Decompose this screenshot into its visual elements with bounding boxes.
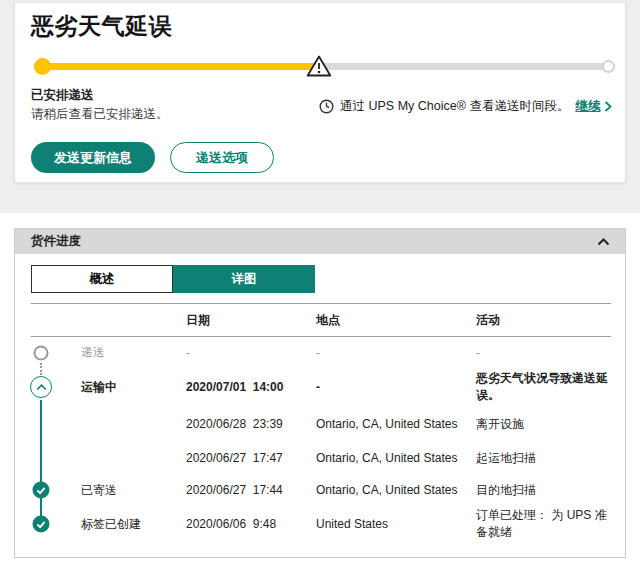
event-date: 2020/06/06 9:48 bbox=[172, 517, 302, 531]
event-location: Ontario, CA, United States bbox=[302, 451, 462, 465]
event-location: Ontario, CA, United States bbox=[302, 483, 462, 497]
event-location: - bbox=[302, 380, 462, 394]
delivery-options-button[interactable]: 递送选项 bbox=[170, 142, 274, 173]
timeline-icon-cell bbox=[31, 406, 67, 442]
event-activity: 起运地扫描 bbox=[462, 450, 611, 467]
timeline-icon-cell bbox=[31, 368, 67, 406]
event-activity: 离开设施 bbox=[462, 416, 611, 433]
delivery-alert-card: 恶劣天气延误 已安排递送 请稍后查看已安排递送。 通过 UPS My Choic… bbox=[14, 2, 626, 183]
mychoice-info-row: 通过 UPS My Choice® 查看递送时间段。 继续 bbox=[319, 98, 612, 115]
timeline-rows: 递送---运输中2020/07/01 14:00-恶劣天气状况导致递送延误。20… bbox=[31, 337, 611, 542]
event-date: 2020/06/28 23:39 bbox=[172, 417, 302, 431]
table-row: 2020/06/28 23:39Ontario, CA, United Stat… bbox=[31, 406, 611, 442]
delivery-status-subtitle: 请稍后查看已安排递送。 bbox=[31, 106, 169, 123]
empty-circle-icon bbox=[34, 345, 49, 360]
progress-fill bbox=[34, 63, 319, 70]
clock-icon bbox=[319, 99, 334, 114]
table-row: 已寄送2020/06/27 17:44Ontario, CA, United S… bbox=[31, 474, 611, 506]
shipment-status-label: 运输中 bbox=[67, 379, 172, 396]
progress-start-dot bbox=[34, 58, 51, 75]
column-header-location: 地点 bbox=[302, 312, 462, 329]
shipment-progress-panel: 货件进度 概述 详图 日期 地点 活动 递送---运输中2020/07/01 1… bbox=[14, 228, 626, 558]
check-circle-icon bbox=[33, 516, 50, 533]
table-row: 运输中2020/07/01 14:00-恶劣天气状况导致递送延误。 bbox=[31, 368, 611, 406]
event-activity: 订单已处理： 为 UPS 准备就绪 bbox=[462, 507, 611, 541]
table-row: 2020/06/27 17:47Ontario, CA, United Stat… bbox=[31, 442, 611, 474]
table-row: 标签已创建2020/06/06 9:48United States订单已处理： … bbox=[31, 506, 611, 542]
tab-overview[interactable]: 概述 bbox=[31, 265, 173, 293]
tab-detail[interactable]: 详图 bbox=[173, 265, 315, 293]
event-location: Ontario, CA, United States bbox=[302, 417, 462, 431]
panel-title: 货件进度 bbox=[31, 233, 81, 250]
timeline-icon-cell bbox=[31, 442, 67, 474]
action-buttons: 发送更新信息 递送选项 bbox=[31, 142, 274, 173]
column-header-activity: 活动 bbox=[462, 312, 611, 329]
event-location: - bbox=[302, 346, 462, 360]
timeline-icon-cell bbox=[31, 337, 67, 368]
event-date: - bbox=[172, 346, 302, 360]
delivery-progress-bar bbox=[34, 53, 615, 79]
check-circle-icon bbox=[33, 482, 50, 499]
event-date: 2020/07/01 14:00 bbox=[172, 380, 302, 394]
send-updates-button[interactable]: 发送更新信息 bbox=[31, 142, 155, 173]
table-row: 递送--- bbox=[31, 337, 611, 368]
timeline-icon-cell bbox=[31, 506, 67, 542]
event-date: 2020/06/27 17:44 bbox=[172, 483, 302, 497]
shipment-status-label: 递送 bbox=[67, 344, 172, 361]
mychoice-text: 通过 UPS My Choice® 查看递送时间段。 bbox=[340, 98, 569, 115]
event-activity: 目的地扫描 bbox=[462, 482, 611, 499]
timeline-icon-cell bbox=[31, 474, 67, 506]
warning-triangle-icon bbox=[306, 54, 332, 78]
chevron-up-icon[interactable] bbox=[597, 238, 610, 246]
table-header-row: 日期 地点 活动 bbox=[31, 304, 611, 337]
page-title: 恶劣天气延误 bbox=[31, 11, 172, 42]
column-header-date: 日期 bbox=[172, 312, 302, 329]
shipment-history-table: 日期 地点 活动 递送---运输中2020/07/01 14:00-恶劣天气状况… bbox=[31, 303, 611, 542]
delivery-status-title: 已安排递送 bbox=[31, 87, 94, 104]
event-activity: - bbox=[462, 346, 611, 360]
progress-end-dot bbox=[602, 60, 615, 73]
shipment-status-label: 已寄送 bbox=[67, 482, 172, 499]
view-tabs: 概述 详图 bbox=[31, 265, 315, 293]
shipment-status-label: 标签已创建 bbox=[67, 516, 172, 533]
event-activity: 恶劣天气状况导致递送延误。 bbox=[462, 370, 611, 404]
panel-header[interactable]: 货件进度 bbox=[15, 229, 625, 254]
event-location: United States bbox=[302, 517, 462, 531]
event-date: 2020/06/27 17:47 bbox=[172, 451, 302, 465]
chevron-right-icon bbox=[604, 101, 612, 112]
continue-link[interactable]: 继续 bbox=[575, 98, 600, 115]
chevron-up-circle-icon[interactable] bbox=[30, 376, 52, 398]
